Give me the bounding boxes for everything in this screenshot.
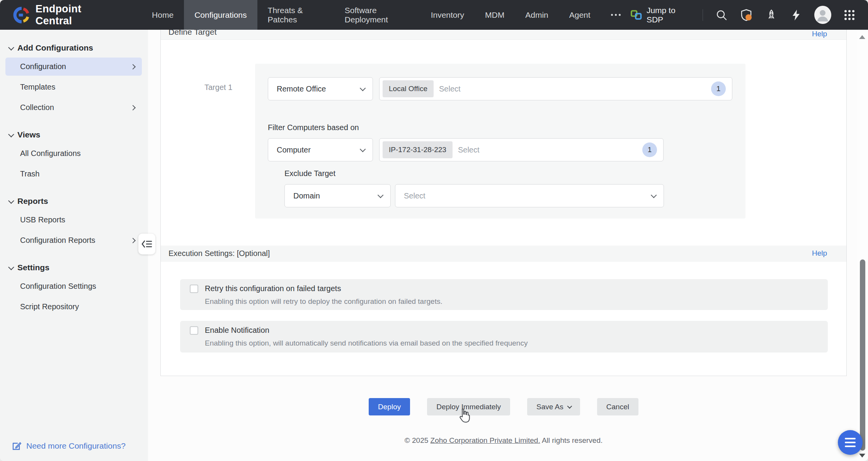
notification-option-card: Enable Notification Enabling this option… xyxy=(180,321,828,353)
copyright-footer: © 2025 Zoho Corporation Private Limited.… xyxy=(160,436,847,445)
top-navbar: Endpoint Central Home Configurations Thr… xyxy=(0,0,868,30)
sidebar-header-settings[interactable]: Settings xyxy=(0,261,148,274)
app-window: Endpoint Central Home Configurations Thr… xyxy=(0,0,868,461)
target-count-badge[interactable]: 1 xyxy=(711,81,726,96)
scroll-up-arrow[interactable] xyxy=(859,35,865,39)
sidebar-collapse-button[interactable] xyxy=(138,234,155,254)
sdp-icon xyxy=(631,10,642,20)
scrollbar-thumb[interactable] xyxy=(860,259,865,451)
sidebar-header-label: Add Configurations xyxy=(17,43,93,53)
vertical-scrollbar[interactable] xyxy=(857,30,868,461)
sidebar-item-trash[interactable]: Trash xyxy=(5,165,142,183)
filter-type-dropdown[interactable]: Computer xyxy=(268,138,373,161)
sidebar-item-usb-reports[interactable]: USB Reports xyxy=(5,211,142,229)
sidebar-item-configuration[interactable]: Configuration xyxy=(5,58,142,76)
sidebar-item-label: Script Repository xyxy=(20,302,79,311)
nav-item-configurations[interactable]: Configurations xyxy=(184,0,257,30)
sidebar-item-script-repository[interactable]: Script Repository xyxy=(5,298,142,316)
nav-overflow-icon[interactable] xyxy=(601,0,631,30)
filter-type-value: Computer xyxy=(277,146,311,154)
target-type-dropdown[interactable]: Remote Office xyxy=(268,77,373,100)
nav-item-home[interactable]: Home xyxy=(141,0,184,30)
nav-item-threats-patches[interactable]: Threats & Patches xyxy=(257,0,334,30)
rocket-icon[interactable] xyxy=(765,8,778,22)
define-target-panel: Define Target Help Target 1 Remote Offic… xyxy=(160,30,847,376)
need-more-configurations-label: Need more Configurations? xyxy=(26,441,126,451)
jump-to-sdp-label: Jump to SDP xyxy=(647,6,690,24)
save-as-button[interactable]: Save As xyxy=(527,398,580,415)
sidebar-header-label: Reports xyxy=(17,197,48,206)
nav-item-agent[interactable]: Agent xyxy=(559,0,601,30)
user-avatar[interactable] xyxy=(814,6,831,24)
target-scope-chip[interactable]: Local Office xyxy=(383,80,434,97)
chevron-down-icon xyxy=(360,85,366,91)
define-target-header: Define Target Help xyxy=(161,30,846,40)
filter-computers-label: Filter Computers based on xyxy=(268,123,359,132)
scroll-down-arrow[interactable] xyxy=(859,454,865,458)
chevron-down-icon xyxy=(8,198,14,204)
nav-item-mdm[interactable]: MDM xyxy=(475,0,515,30)
target-select-field[interactable]: Local Office Select 1 xyxy=(379,77,732,100)
sidebar-item-label: Collection xyxy=(20,103,54,112)
brand[interactable]: Endpoint Central xyxy=(0,3,117,27)
nav-right-cluster: Jump to SDP xyxy=(631,6,868,24)
endpoint-central-logo-icon xyxy=(13,6,30,24)
nav-item-software-deployment[interactable]: Software Deployment xyxy=(334,0,420,30)
sidebar-item-label: All Configurations xyxy=(20,149,81,158)
sidebar-item-configuration-reports[interactable]: Configuration Reports xyxy=(5,231,142,249)
search-icon[interactable] xyxy=(715,8,727,22)
nav-menu: Home Configurations Threats & Patches So… xyxy=(141,0,631,30)
sidebar-item-label: Configuration xyxy=(20,62,66,71)
exclude-select-placeholder: Select xyxy=(404,192,425,200)
exclude-type-dropdown[interactable]: Domain xyxy=(284,184,391,207)
quick-actions-bolt-icon[interactable] xyxy=(790,8,802,22)
sidebar-item-all-configurations[interactable]: All Configurations xyxy=(5,144,142,163)
filter-select-field[interactable]: IP-172-31-28-223 Select 1 xyxy=(379,138,664,161)
sidebar-header-label: Settings xyxy=(17,263,49,272)
copyright-suffix: All rights reserved. xyxy=(540,436,603,444)
sidebar: Add Configurations Configuration Templat… xyxy=(0,30,148,461)
deploy-button[interactable]: Deploy xyxy=(369,398,410,415)
filter-computer-chip[interactable]: IP-172-31-28-223 xyxy=(383,141,453,158)
sidebar-section-add-configurations: Add Configurations Configuration Templat… xyxy=(0,41,148,117)
mouse-hand-cursor xyxy=(458,408,472,425)
target-select-placeholder: Select xyxy=(439,85,461,93)
chevron-down-icon xyxy=(567,404,572,409)
retry-checkbox[interactable] xyxy=(190,285,198,293)
jump-to-sdp-button[interactable]: Jump to SDP xyxy=(631,6,690,24)
retry-option-label: Retry this configuration on failed targe… xyxy=(205,284,341,293)
sidebar-item-label: USB Reports xyxy=(20,215,65,224)
floating-menu-button[interactable] xyxy=(838,430,863,455)
sidebar-header-views[interactable]: Views xyxy=(0,128,148,141)
security-shield-icon[interactable] xyxy=(740,8,753,22)
cancel-button[interactable]: Cancel xyxy=(597,398,638,415)
chevron-down-icon xyxy=(360,146,366,152)
enable-notification-checkbox[interactable] xyxy=(190,326,198,335)
sidebar-header-reports[interactable]: Reports xyxy=(0,195,148,208)
zoho-corporation-link[interactable]: Zoho Corporation Private Limited. xyxy=(431,436,540,444)
chevron-right-icon xyxy=(130,237,136,243)
filter-count-badge[interactable]: 1 xyxy=(642,142,657,157)
apps-grid-icon[interactable] xyxy=(844,8,856,22)
sidebar-item-configuration-settings[interactable]: Configuration Settings xyxy=(5,277,142,295)
target-type-value: Remote Office xyxy=(277,85,326,93)
define-target-help-link[interactable]: Help xyxy=(812,30,827,38)
exclude-select-dropdown[interactable]: Select xyxy=(395,184,664,207)
notification-option-description: Enabling this option, will automatically… xyxy=(205,339,528,347)
chevron-down-icon xyxy=(651,192,657,198)
sidebar-item-templates[interactable]: Templates xyxy=(5,78,142,96)
pencil-square-icon xyxy=(12,441,22,451)
brand-title: Endpoint Central xyxy=(36,3,117,27)
nav-item-inventory[interactable]: Inventory xyxy=(420,0,475,30)
need-more-configurations-link[interactable]: Need more Configurations? xyxy=(12,441,126,451)
sidebar-header-add-configurations[interactable]: Add Configurations xyxy=(0,41,148,54)
execution-settings-help-link[interactable]: Help xyxy=(812,249,827,258)
nav-item-admin[interactable]: Admin xyxy=(515,0,559,30)
chevron-right-icon xyxy=(130,64,136,69)
sidebar-section-views: Views All Configurations Trash xyxy=(0,128,148,183)
sidebar-item-collection[interactable]: Collection xyxy=(5,98,142,117)
exclude-type-value: Domain xyxy=(293,192,320,200)
chevron-down-icon xyxy=(8,44,14,51)
target-1-label: Target 1 xyxy=(204,83,232,92)
sidebar-item-label: Trash xyxy=(20,169,39,178)
